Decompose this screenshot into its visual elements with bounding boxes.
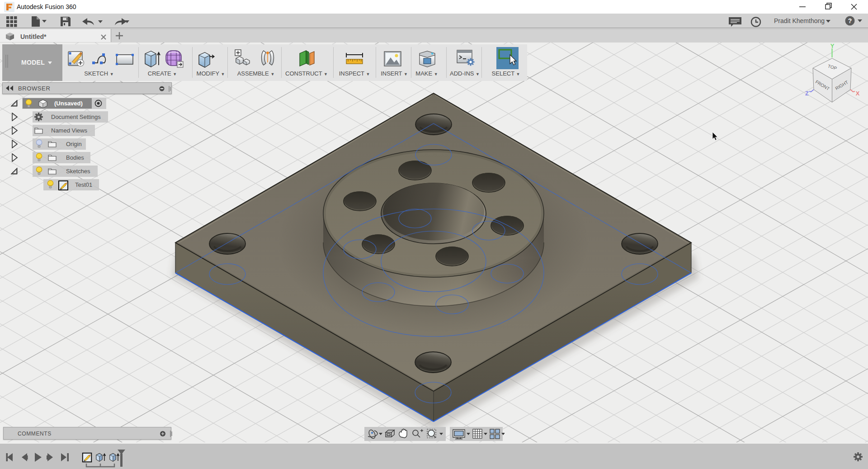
svg-text:?: ? [848, 17, 852, 24]
svg-text:Y: Y [830, 43, 835, 49]
svg-text:Z: Z [805, 90, 809, 97]
svg-text:X: X [856, 90, 860, 97]
